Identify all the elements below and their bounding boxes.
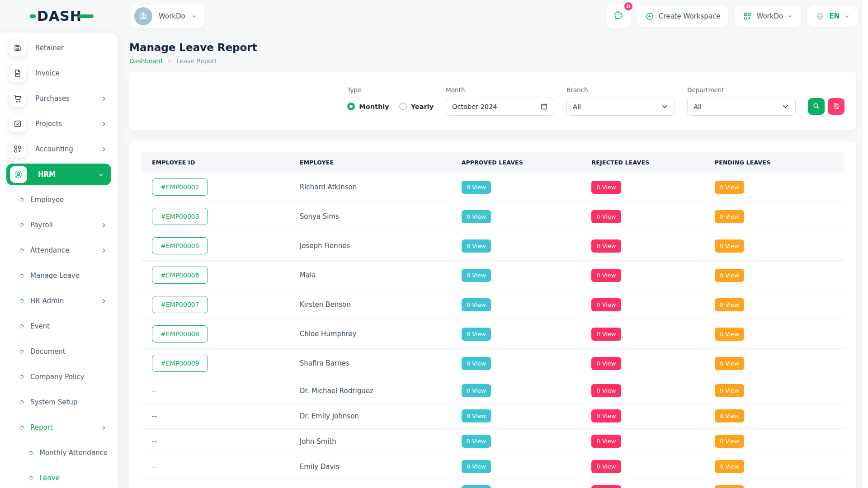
table-row: -- Emily Davis 0 View 0 View 0 View: [141, 454, 844, 479]
rejected-leaves-view-badge[interactable]: 0 View: [591, 181, 621, 194]
sidebar-item-accounting[interactable]: Accounting: [0, 138, 118, 160]
sidebar-item-event[interactable]: Event: [0, 315, 118, 337]
pending-leaves-view-badge[interactable]: 0 View: [715, 210, 744, 223]
sidebar-item-label: Projects: [35, 120, 92, 128]
month-filter-group: Month October 2024: [446, 86, 554, 116]
employee-id-chip[interactable]: #EMP00006: [152, 267, 208, 284]
breadcrumb-dashboard-link[interactable]: Dashboard: [129, 57, 162, 65]
rejected-leaves-view-badge[interactable]: 0 View: [591, 409, 621, 422]
employee-id-chip[interactable]: #EMP00003: [152, 208, 208, 225]
logo-text: DASH: [37, 9, 82, 23]
approved-leaves-view-badge[interactable]: 0 View: [462, 409, 491, 422]
department-select[interactable]: All: [687, 98, 796, 116]
rejected-leaves-view-badge[interactable]: 0 View: [591, 435, 621, 448]
sidebar-item-monthly-attendance[interactable]: Monthly Attendance: [0, 442, 118, 464]
rejected-leaves-view-badge[interactable]: 0 View: [591, 357, 621, 370]
pending-leaves-view-badge[interactable]: 0 View: [715, 239, 744, 253]
approved-leaves-view-badge[interactable]: 0 View: [462, 485, 491, 488]
approved-leaves-view-badge[interactable]: 0 View: [462, 181, 491, 194]
rejected-leaves-view-badge[interactable]: 0 View: [591, 269, 621, 282]
logo-accent-dash: [30, 14, 36, 18]
file-off-icon: [832, 102, 840, 111]
bullet-icon: [28, 476, 33, 481]
sidebar-item-hr-admin[interactable]: HR Admin: [0, 290, 118, 312]
sidebar-item-company-policy[interactable]: Company Policy: [0, 366, 118, 388]
rejected-leaves-view-badge[interactable]: 0 View: [591, 485, 621, 488]
pending-leaves-view-badge[interactable]: 0 View: [715, 485, 744, 488]
brand-logo[interactable]: DASH: [30, 9, 94, 23]
employee-id-chip[interactable]: #EMP00002: [152, 178, 208, 196]
sidebar-item-system-setup[interactable]: System Setup: [0, 391, 118, 413]
approved-leaves-view-badge[interactable]: 0 View: [462, 460, 491, 473]
page-content: Manage Leave Report Dashboard Leave Repo…: [118, 33, 861, 488]
type-filter-group: Type Monthly Yearly: [347, 86, 434, 116]
approved-leaves-view-badge[interactable]: 0 View: [462, 384, 491, 397]
chevron-right-icon: [101, 248, 107, 253]
workspace-switcher[interactable]: WorkDo: [735, 5, 801, 27]
search-button[interactable]: [808, 98, 825, 115]
create-workspace-button[interactable]: Create Workspace: [637, 5, 729, 27]
messages-button[interactable]: 0: [606, 4, 631, 28]
chevron-down-icon: [782, 103, 789, 110]
approved-leaves-view-badge[interactable]: 0 View: [462, 269, 491, 282]
approved-leaves-view-badge[interactable]: 0 View: [462, 298, 491, 311]
month-input[interactable]: October 2024: [446, 98, 554, 116]
rejected-leaves-view-badge[interactable]: 0 View: [591, 384, 621, 397]
sidebar-item-retainer[interactable]: Retainer: [0, 37, 118, 59]
employee-id-chip[interactable]: #EMP00005: [152, 237, 208, 254]
rejected-leaves-view-badge[interactable]: 0 View: [591, 298, 621, 311]
approved-leaves-view-badge[interactable]: 0 View: [462, 328, 491, 341]
leave-report-table: EMPLOYEE IDEMPLOYEEAPPROVED LEAVESREJECT…: [141, 152, 844, 488]
bullet-icon: [19, 248, 24, 253]
sidebar-item-document[interactable]: Document: [0, 341, 118, 362]
workspace-selector[interactable]: WorkDo: [131, 5, 204, 28]
sidebar-item-payroll[interactable]: Payroll: [0, 214, 118, 236]
sidebar-item-employee[interactable]: Employee: [0, 189, 118, 211]
approved-leaves-view-badge[interactable]: 0 View: [462, 239, 491, 253]
sidebar-item-invoice[interactable]: Invoice: [0, 62, 118, 84]
sidebar-item-hrm[interactable]: HRM: [6, 164, 111, 185]
sidebar-item-report[interactable]: Report: [0, 417, 118, 438]
pending-leaves-view-badge[interactable]: 0 View: [715, 298, 744, 311]
approved-leaves-view-badge[interactable]: 0 View: [462, 435, 491, 448]
chevron-right-icon: [167, 59, 172, 64]
pending-leaves-view-badge[interactable]: 0 View: [715, 435, 744, 448]
employee-id-chip[interactable]: #EMP00008: [152, 325, 208, 343]
pending-leaves-view-badge[interactable]: 0 View: [715, 409, 744, 422]
bullet-icon: [28, 450, 33, 455]
sidebar-item-manage-leave[interactable]: Manage Leave: [0, 265, 118, 286]
pending-leaves-view-badge[interactable]: 0 View: [715, 384, 744, 397]
employee-id-chip[interactable]: #EMP00009: [152, 355, 208, 372]
rejected-leaves-view-badge[interactable]: 0 View: [591, 460, 621, 473]
employee-name: Dr. Emily Johnson: [289, 404, 451, 429]
branch-select[interactable]: All: [566, 98, 675, 116]
filter-card: Type Monthly Yearly Month: [129, 72, 856, 130]
pending-leaves-view-badge[interactable]: 0 View: [715, 269, 744, 282]
pending-leaves-view-badge[interactable]: 0 View: [715, 328, 744, 341]
sidebar-item-purchases[interactable]: Purchases: [0, 88, 118, 109]
language-label: EN: [829, 12, 840, 20]
rejected-leaves-view-badge[interactable]: 0 View: [591, 239, 621, 253]
approved-leaves-view-badge[interactable]: 0 View: [462, 357, 491, 370]
sidebar-item-attendance[interactable]: Attendance: [0, 239, 118, 261]
language-selector[interactable]: EN: [807, 5, 858, 27]
employee-id-chip[interactable]: #EMP00007: [152, 296, 208, 313]
column-header-employee: EMPLOYEE: [289, 152, 451, 173]
approved-leaves-view-badge[interactable]: 0 View: [462, 210, 491, 223]
calendar-icon[interactable]: [540, 103, 548, 110]
sidebar-item-leave[interactable]: Leave: [0, 467, 118, 488]
pending-leaves-view-badge[interactable]: 0 View: [715, 357, 744, 370]
page-title: Manage Leave Report: [129, 42, 856, 53]
bullet-icon: [19, 400, 24, 405]
rejected-leaves-view-badge[interactable]: 0 View: [591, 328, 621, 341]
pending-leaves-view-badge[interactable]: 0 View: [715, 181, 744, 194]
reset-button[interactable]: [828, 98, 844, 115]
radio-yearly[interactable]: Yearly: [399, 103, 434, 110]
page-scrollbar[interactable]: [861, 0, 868, 488]
table-header-row: EMPLOYEE IDEMPLOYEEAPPROVED LEAVESREJECT…: [141, 152, 844, 173]
pending-leaves-view-badge[interactable]: 0 View: [715, 460, 744, 473]
radio-monthly[interactable]: Monthly: [347, 103, 389, 110]
rejected-leaves-view-badge[interactable]: 0 View: [591, 210, 621, 223]
sidebar-item-projects[interactable]: Projects: [0, 113, 118, 135]
table-row: #EMP00008 Chloe Humphrey 0 View 0 View 0…: [141, 319, 844, 349]
